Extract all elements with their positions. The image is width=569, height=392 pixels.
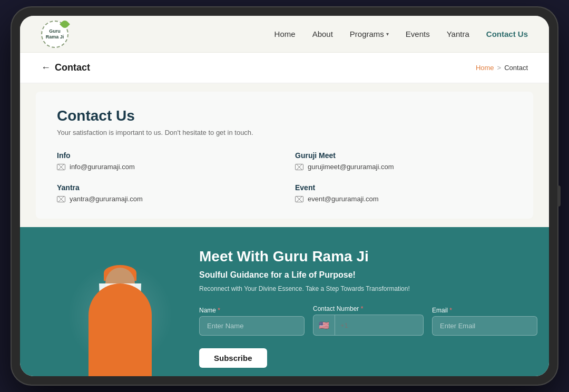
logo: Guru Rama Ji — [41, 21, 68, 48]
contact-label-gurujimeet: Guruji Meet — [295, 151, 512, 160]
name-required: * — [218, 307, 220, 314]
meet-content: Meet With Guru Rama Ji Soulful Guidance … — [199, 248, 528, 368]
nav-link-yantra[interactable]: Yantra — [447, 30, 469, 38]
breadcrumb-current: Contact — [504, 64, 528, 72]
meet-section: Meet With Guru Rama Ji Soulful Guidance … — [20, 227, 549, 376]
form-group-name: Name * — [199, 307, 305, 336]
phone-flag[interactable]: 🇺🇸 — [313, 315, 335, 335]
navbar: Guru Rama Ji Home About Programs ▾ — [20, 16, 549, 53]
name-input[interactable] — [199, 316, 305, 336]
contact-item-yantra: Yantra yantra@gururamaji.com — [57, 183, 274, 203]
back-arrow-icon: ← — [41, 62, 51, 73]
contact-subtitle: Your satisfaction is important to us. Do… — [57, 129, 512, 136]
contact-item-gurujimeet: Guruji Meet gurujimeet@gururamaji.com — [295, 151, 512, 171]
contact-item-info: Info info@gururamaji.com — [57, 151, 274, 171]
nav-item-about[interactable]: About — [312, 30, 333, 39]
contact-label-yantra: Yantra — [57, 183, 274, 192]
contact-label-event: Event — [295, 183, 512, 192]
contact-email-yantra: yantra@gururamaji.com — [57, 195, 274, 203]
breadcrumb-home[interactable]: Home — [476, 64, 494, 72]
meet-description: Reconnect with Your Divine Essence. Take… — [199, 285, 528, 292]
meet-subtitle: Soulful Guidance for a Life of Purpose! — [199, 270, 528, 280]
contact-email-info: info@gururamaji.com — [57, 163, 274, 171]
contact-email-gurujimeet-text[interactable]: gurujimeet@gururamaji.com — [308, 163, 394, 171]
nav-link-about[interactable]: About — [312, 30, 333, 38]
form-group-phone: Contact Number * 🇺🇸 — [313, 305, 424, 336]
page-title: Contact — [55, 62, 90, 73]
name-label: Name * — [199, 307, 305, 314]
contact-email-event: event@gururamaji.com — [295, 195, 512, 203]
phone-required: * — [361, 305, 364, 312]
page-header: ← Contact Home > Contact — [20, 53, 549, 83]
logo-area[interactable]: Guru Rama Ji — [41, 21, 68, 48]
email-input[interactable] — [432, 316, 537, 336]
nav-item-yantra[interactable]: Yantra — [447, 30, 469, 39]
form-group-email: Email * — [432, 307, 537, 336]
nav-link-programs[interactable]: Programs — [350, 30, 384, 38]
contact-info-section: Contact Us Your satisfaction is importan… — [36, 92, 533, 219]
nav-link-contact[interactable]: Contact Us — [486, 30, 528, 38]
flag-emoji: 🇺🇸 — [319, 320, 329, 330]
contact-form-row: Name * Contact Number * — [199, 305, 528, 336]
logo-leaf-icon — [60, 19, 70, 30]
nav-item-home[interactable]: Home — [274, 30, 296, 39]
nav-item-events[interactable]: Events — [406, 30, 430, 39]
envelope-icon-4 — [295, 196, 303, 202]
contact-email-info-text[interactable]: info@gururamaji.com — [70, 163, 135, 171]
contact-email-event-text[interactable]: event@gururamaji.com — [308, 195, 379, 203]
logo-line1: Guru — [49, 28, 61, 34]
breadcrumb: Home > Contact — [476, 64, 528, 72]
device-screen: Guru Rama Ji Home About Programs ▾ — [20, 16, 549, 376]
contact-grid: Info info@gururamaji.com Guruji Meet gur… — [57, 151, 512, 203]
contact-email-gurujimeet: gurujimeet@gururamaji.com — [295, 163, 512, 171]
nav-links: Home About Programs ▾ Events Yantra — [274, 30, 528, 39]
meet-title: Meet With Guru Rama Ji — [199, 248, 528, 265]
contact-email-yantra-text[interactable]: yantra@gururamaji.com — [70, 195, 143, 203]
email-label: Email * — [432, 307, 537, 314]
email-required: * — [449, 307, 452, 314]
contact-label-info: Info — [57, 151, 274, 160]
subscribe-button[interactable]: Subscribe — [199, 348, 267, 368]
guru-robe — [89, 283, 152, 376]
logo-line2: Rama Ji — [46, 34, 64, 40]
contact-us-title: Contact Us — [57, 107, 512, 124]
guru-body — [83, 262, 157, 376]
envelope-icon-2 — [295, 164, 303, 170]
guru-figure — [52, 241, 189, 376]
phone-input-wrapper: 🇺🇸 — [313, 315, 424, 336]
breadcrumb-separator: > — [497, 64, 502, 72]
nav-link-home[interactable]: Home — [274, 30, 296, 38]
back-link[interactable]: ← Contact — [41, 62, 90, 73]
page-content: ← Contact Home > Contact Contact Us Your… — [20, 53, 549, 376]
phone-label: Contact Number * — [313, 305, 424, 312]
chevron-down-icon: ▾ — [386, 31, 389, 37]
envelope-icon — [57, 164, 65, 170]
nav-item-programs[interactable]: Programs ▾ — [350, 30, 389, 38]
contact-item-event: Event event@gururamaji.com — [295, 183, 512, 203]
nav-link-events[interactable]: Events — [406, 30, 430, 38]
phone-input[interactable] — [335, 316, 414, 335]
envelope-icon-3 — [57, 196, 65, 202]
nav-item-contact[interactable]: Contact Us — [486, 30, 528, 39]
device-frame: Guru Rama Ji Home About Programs ▾ — [11, 6, 558, 386]
